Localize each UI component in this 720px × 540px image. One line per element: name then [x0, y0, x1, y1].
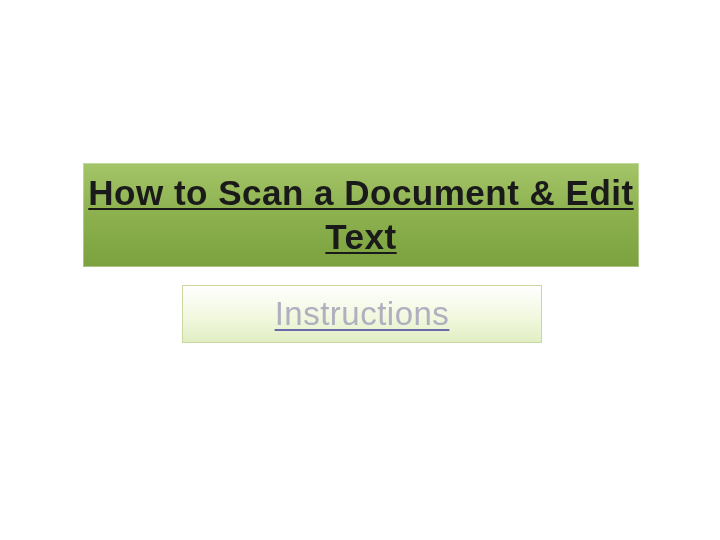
instructions-link-box[interactable]: Instructions — [182, 285, 542, 343]
instructions-link-label: Instructions — [275, 295, 450, 333]
title-banner: How to Scan a Document & Edit Text — [82, 162, 640, 268]
page-title: How to Scan a Document & Edit Text — [83, 171, 639, 259]
